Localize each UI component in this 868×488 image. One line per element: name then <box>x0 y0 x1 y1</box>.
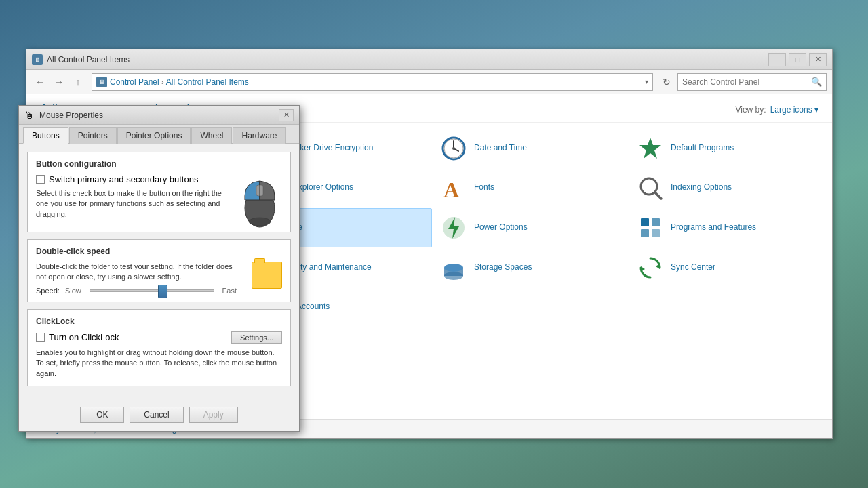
up-button[interactable]: ↑ <box>70 74 86 90</box>
search-box: 🔍 <box>677 73 827 91</box>
svg-marker-41 <box>656 264 660 269</box>
double-click-desc: Double-click the folder to test your set… <box>36 262 237 283</box>
cp-item-name: Storage Spaces <box>474 262 532 273</box>
cp-item-icon <box>440 254 467 281</box>
svg-rect-31 <box>652 218 660 226</box>
cp-item-fonts[interactable]: AFonts <box>433 169 629 207</box>
button-config-section: Button configuration Switch primary and … <box>27 152 291 232</box>
view-by-value[interactable]: Large icons ▾ <box>770 105 818 115</box>
search-input[interactable] <box>682 77 811 87</box>
speed-slider-track[interactable] <box>90 289 214 292</box>
cp-item-sync-center[interactable]: Sync Center <box>630 249 825 287</box>
clicklock-row: Turn on ClickLock Settings... <box>36 331 282 344</box>
svg-rect-30 <box>641 218 649 226</box>
navbar: ← → ↑ 🖥 Control Panel › All Control Pane… <box>26 70 832 94</box>
cp-item-name: Indexing Options <box>671 182 732 193</box>
button-config-content: Switch primary and secondary buttons Sel… <box>36 174 282 225</box>
button-config-text: Switch primary and secondary buttons Sel… <box>36 174 230 220</box>
forward-button[interactable]: → <box>51 74 67 90</box>
svg-rect-32 <box>641 229 649 237</box>
cp-item-name: Default Programs <box>671 143 734 154</box>
breadcrumb-separator: › <box>161 78 166 86</box>
mouse-illustration <box>238 174 282 225</box>
cp-item-icon: A <box>440 174 467 201</box>
cp-item-icon <box>637 254 664 281</box>
cp-item-name: Sync Center <box>671 262 715 273</box>
double-click-section: Double-click speed Double-click the fold… <box>27 239 291 302</box>
fast-label: Fast <box>222 287 237 295</box>
cp-item-programs-and-feature[interactable]: Programs and Features <box>630 208 825 247</box>
view-by-label: View by: <box>735 105 766 115</box>
search-icon: 🔍 <box>811 77 822 87</box>
svg-marker-42 <box>641 266 645 272</box>
dialog-footer: OK Cancel Apply <box>19 401 299 431</box>
ok-button[interactable]: OK <box>80 407 124 423</box>
cancel-button[interactable]: Cancel <box>130 407 183 423</box>
folder-test-area[interactable] <box>245 262 282 289</box>
cp-item-name: Programs and Features <box>671 222 756 233</box>
cp-item-icon <box>440 214 467 241</box>
switch-buttons-label: Switch primary and secondary buttons <box>49 174 198 184</box>
cp-item-name: Power Options <box>474 222 528 233</box>
cp-item-icon <box>637 174 664 201</box>
svg-point-40 <box>444 264 463 272</box>
cp-item-icon <box>440 135 467 162</box>
double-click-text: Double-click the folder to test your set… <box>36 262 237 295</box>
address-dropdown-icon[interactable]: ▾ <box>645 78 648 85</box>
address-icon: 🖥 <box>96 77 107 87</box>
tab-pointers[interactable]: Pointers <box>69 127 117 144</box>
dialog-body: Button configuration Switch primary and … <box>19 144 299 401</box>
address-all-items[interactable]: All Control Panel Items <box>166 77 249 87</box>
maximize-button[interactable]: □ <box>789 53 806 66</box>
tab-buttons[interactable]: Buttons <box>23 127 68 144</box>
refresh-button[interactable]: ↻ <box>658 74 675 90</box>
tab-hardware[interactable]: Hardware <box>233 127 285 144</box>
address-bar[interactable]: 🖥 Control Panel › All Control Panel Item… <box>92 73 653 91</box>
mouse-dialog: 🖱 Mouse Properties ✕ Buttons Pointers Po… <box>18 105 300 432</box>
desktop: 🖥 All Control Panel Items ─ □ ✕ ← → ↑ 🖥 … <box>0 0 868 488</box>
switch-buttons-checkbox[interactable] <box>36 175 45 184</box>
window-icon: 🖥 <box>32 54 43 65</box>
test-folder-icon[interactable] <box>252 262 282 289</box>
svg-line-18 <box>655 192 661 199</box>
back-button[interactable]: ← <box>32 74 48 90</box>
tab-pointer-options[interactable]: Pointer Options <box>117 127 191 144</box>
cp-item-power-options[interactable]: Power Options <box>433 208 629 247</box>
cp-item-icon <box>637 135 664 162</box>
svg-point-48 <box>249 218 271 226</box>
speed-label: Speed: <box>36 287 60 295</box>
double-click-title: Double-click speed <box>36 247 282 256</box>
button-config-title: Button configuration <box>36 159 282 169</box>
close-button[interactable]: ✕ <box>809 53 827 66</box>
dialog-title: Mouse Properties <box>39 110 279 120</box>
titlebar: 🖥 All Control Panel Items ─ □ ✕ <box>26 49 832 70</box>
svg-marker-12 <box>639 138 661 159</box>
cp-item-name: Fonts <box>474 182 494 193</box>
cp-item-icon <box>637 214 664 241</box>
cp-item-indexing-options[interactable]: Indexing Options <box>630 169 825 207</box>
speed-slider-thumb[interactable] <box>158 285 167 298</box>
speed-row: Speed: Slow Fast <box>36 287 237 295</box>
apply-button[interactable]: Apply <box>189 407 238 423</box>
clicklock-desc: Enables you to highlight or drag without… <box>36 348 282 379</box>
cp-item-storage-spaces[interactable]: Storage Spaces <box>433 249 629 287</box>
address-control-panel[interactable]: Control Panel <box>110 77 159 87</box>
titlebar-buttons: ─ □ ✕ <box>768 53 827 66</box>
window-title: All Control Panel Items <box>47 55 768 64</box>
cp-item-default-programs[interactable]: Default Programs <box>630 129 825 167</box>
dialog-icon: 🖱 <box>24 110 35 121</box>
tab-wheel[interactable]: Wheel <box>191 127 232 144</box>
clicklock-settings-button[interactable]: Settings... <box>231 331 282 344</box>
cp-item-date-and-time[interactable]: Date and Time <box>433 129 629 167</box>
button-config-desc: Select this check box to make the button… <box>36 188 230 220</box>
view-by-control: View by: Large icons ▾ <box>735 105 818 115</box>
svg-point-11 <box>452 147 455 150</box>
minimize-button[interactable]: ─ <box>768 53 786 66</box>
clicklock-label: Turn on ClickLock <box>49 332 119 342</box>
address-text: Control Panel › All Control Panel Items <box>110 77 642 87</box>
clicklock-checkbox[interactable] <box>36 333 45 342</box>
svg-rect-33 <box>652 229 660 237</box>
dialog-close-button[interactable]: ✕ <box>279 109 294 121</box>
svg-text:A: A <box>443 178 459 201</box>
double-click-content: Double-click the folder to test your set… <box>36 262 282 295</box>
